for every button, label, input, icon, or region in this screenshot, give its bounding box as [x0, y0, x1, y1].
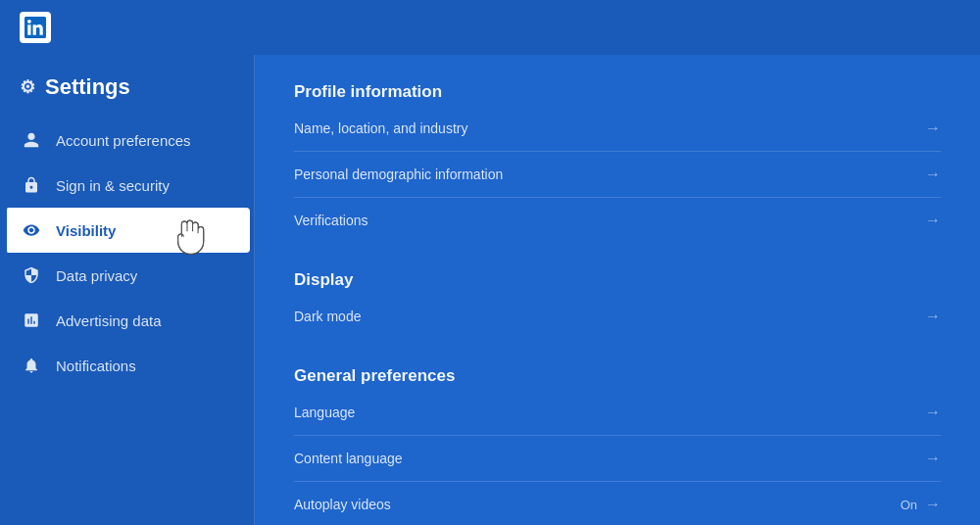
arrow-icon-3: →: [925, 212, 941, 229]
main-layout: ⚙ Settings Account preferences Sign in &…: [0, 55, 980, 525]
notifications-icon: [23, 357, 42, 374]
sidebar: ⚙ Settings Account preferences Sign in &…: [0, 55, 255, 525]
section-title-general: General preferences: [294, 366, 941, 386]
visibility-icon: [23, 221, 42, 239]
display-item-dark-mode-right: →: [925, 308, 941, 325]
sign-security-icon: [23, 176, 42, 194]
account-preferences-label: Account preferences: [56, 132, 191, 149]
general-item-language-right: →: [925, 404, 941, 421]
sidebar-item-sign-security[interactable]: Sign in & security: [0, 163, 254, 208]
main-content: Profile information Name, location, and …: [255, 55, 980, 525]
profile-item-demographic[interactable]: Personal demographic information →: [294, 152, 941, 198]
advertising-data-label: Advertising data: [56, 312, 162, 329]
header: [0, 0, 980, 55]
account-preferences-icon: [23, 131, 42, 149]
profile-item-name-location-right: →: [925, 119, 941, 137]
general-item-language[interactable]: Language →: [294, 390, 941, 436]
profile-item-verifications-label: Verifications: [294, 213, 368, 228]
section-title-profile: Profile information: [294, 82, 941, 102]
autoplay-value: On: [901, 498, 917, 512]
profile-item-demographic-label: Personal demographic information: [294, 167, 503, 182]
general-item-content-language-right: →: [925, 450, 941, 467]
arrow-icon-5: →: [925, 404, 941, 421]
arrow-icon-2: →: [925, 166, 941, 183]
sign-security-label: Sign in & security: [56, 177, 170, 194]
settings-icon: ⚙: [20, 76, 35, 98]
general-item-autoplay-label: Autoplay videos: [294, 497, 391, 512]
data-privacy-label: Data privacy: [56, 267, 137, 284]
general-item-language-label: Language: [294, 405, 355, 420]
data-privacy-icon: [23, 266, 42, 284]
advertising-data-icon: [23, 311, 42, 329]
arrow-icon-4: →: [925, 308, 941, 325]
section-title-display: Display: [294, 270, 941, 290]
sidebar-item-visibility[interactable]: Visibility: [4, 208, 250, 253]
display-item-dark-mode-label: Dark mode: [294, 309, 361, 324]
section-profile-information: Profile information Name, location, and …: [294, 82, 941, 243]
sidebar-item-data-privacy[interactable]: Data privacy: [0, 253, 254, 298]
arrow-icon-6: →: [925, 450, 941, 467]
linkedin-logo[interactable]: [20, 12, 51, 43]
sidebar-title: ⚙ Settings: [0, 65, 254, 118]
sidebar-heading: Settings: [45, 74, 130, 100]
section-display: Display Dark mode →: [294, 270, 941, 339]
notifications-label: Notifications: [56, 358, 136, 374]
general-item-autoplay[interactable]: Autoplay videos On →: [294, 482, 941, 525]
sidebar-item-notifications[interactable]: Notifications: [0, 343, 254, 388]
display-item-dark-mode[interactable]: Dark mode →: [294, 294, 941, 339]
general-item-content-language-label: Content language: [294, 451, 403, 466]
visibility-label: Visibility: [56, 222, 116, 239]
arrow-icon: →: [925, 119, 941, 137]
sidebar-item-advertising-data[interactable]: Advertising data: [0, 298, 254, 343]
general-item-autoplay-right: On →: [901, 496, 941, 513]
profile-item-name-location[interactable]: Name, location, and industry →: [294, 106, 941, 152]
profile-item-verifications-right: →: [925, 212, 941, 229]
arrow-icon-7: →: [925, 496, 941, 513]
profile-item-demographic-right: →: [925, 166, 941, 183]
profile-item-name-location-label: Name, location, and industry: [294, 120, 467, 136]
general-item-content-language[interactable]: Content language →: [294, 436, 941, 482]
profile-item-verifications[interactable]: Verifications →: [294, 198, 941, 243]
section-general-preferences: General preferences Language → Content l…: [294, 366, 941, 525]
sidebar-item-account-preferences[interactable]: Account preferences: [0, 118, 254, 163]
